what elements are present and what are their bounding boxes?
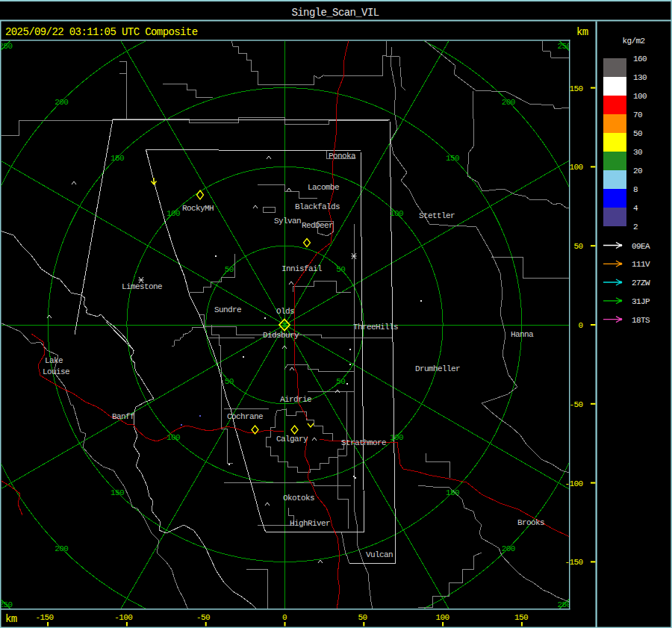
svg-text:-100: -100 xyxy=(114,613,132,622)
svg-text:RedDeer: RedDeer xyxy=(302,221,333,230)
svg-text:Cochrane: Cochrane xyxy=(227,412,263,421)
svg-text:100: 100 xyxy=(167,433,180,442)
svg-text:100: 100 xyxy=(167,209,180,218)
svg-text:8: 8 xyxy=(633,185,638,194)
svg-text:Olds: Olds xyxy=(276,307,294,316)
svg-text:ThreeHills: ThreeHills xyxy=(353,323,398,332)
svg-text:Strathmore: Strathmore xyxy=(341,438,386,447)
svg-text:27ZW: 27ZW xyxy=(632,279,650,287)
svg-text:70: 70 xyxy=(633,111,642,119)
svg-text:100: 100 xyxy=(633,92,647,101)
svg-text:100: 100 xyxy=(390,433,403,442)
svg-text:100: 100 xyxy=(390,209,403,218)
svg-text:Drumheller: Drumheller xyxy=(415,364,460,373)
svg-text:250: 250 xyxy=(558,600,571,609)
svg-text:Sundre: Sundre xyxy=(214,305,241,314)
svg-text:Didsbury: Didsbury xyxy=(263,331,299,340)
svg-text:2: 2 xyxy=(633,223,638,231)
svg-text:150: 150 xyxy=(111,488,124,497)
svg-text:km: km xyxy=(5,613,17,625)
svg-text:kg/m2: kg/m2 xyxy=(623,37,645,46)
svg-text:250: 250 xyxy=(558,42,571,51)
svg-text:Banff: Banff xyxy=(112,412,134,421)
svg-text:30: 30 xyxy=(633,148,642,157)
svg-text:Ponoka: Ponoka xyxy=(329,152,356,161)
svg-text:150: 150 xyxy=(514,613,528,622)
svg-text:0: 0 xyxy=(578,321,582,330)
svg-text:Hanna: Hanna xyxy=(511,330,534,339)
svg-text:-100: -100 xyxy=(564,479,582,488)
svg-text:Sylvan: Sylvan xyxy=(274,217,301,226)
svg-text:-150: -150 xyxy=(564,558,582,567)
svg-text:2025/09/22 03:11:05 UTC Compos: 2025/09/22 03:11:05 UTC Composite xyxy=(5,26,198,38)
svg-text:Calgary: Calgary xyxy=(276,435,308,444)
svg-text:Innisfail: Innisfail xyxy=(281,264,322,273)
svg-text:Louise: Louise xyxy=(43,367,69,376)
svg-text:50: 50 xyxy=(336,377,345,386)
svg-text:200: 200 xyxy=(502,98,515,107)
svg-text:150: 150 xyxy=(446,154,459,163)
svg-text:Airdrie: Airdrie xyxy=(280,395,311,404)
svg-text:50: 50 xyxy=(633,129,642,138)
svg-text:-50: -50 xyxy=(196,613,210,622)
svg-text:200: 200 xyxy=(502,544,515,553)
svg-text:100: 100 xyxy=(435,613,449,622)
svg-text:18TS: 18TS xyxy=(632,316,650,325)
svg-text:100: 100 xyxy=(569,163,582,172)
svg-text:0: 0 xyxy=(282,613,287,622)
svg-text:Brooks: Brooks xyxy=(517,518,544,527)
svg-text:130: 130 xyxy=(633,73,647,82)
svg-text:20: 20 xyxy=(633,167,642,175)
svg-text:Lake: Lake xyxy=(45,356,63,365)
svg-text:150: 150 xyxy=(569,84,582,93)
svg-text:111V: 111V xyxy=(632,260,650,269)
svg-text:Single_Scan_VIL: Single_Scan_VIL xyxy=(292,7,379,19)
svg-text:-150: -150 xyxy=(35,613,53,622)
svg-text:200: 200 xyxy=(55,98,68,107)
svg-text:250: 250 xyxy=(0,600,12,609)
svg-text:Okotoks: Okotoks xyxy=(283,494,314,503)
svg-text:150: 150 xyxy=(111,154,124,163)
svg-text:4: 4 xyxy=(633,204,638,213)
svg-text:km: km xyxy=(576,26,588,38)
svg-text:HighRiver: HighRiver xyxy=(290,519,330,528)
svg-text:-50: -50 xyxy=(569,400,582,409)
svg-text:RockyMH: RockyMH xyxy=(182,204,214,213)
svg-text:50: 50 xyxy=(358,613,367,622)
svg-text:50: 50 xyxy=(225,377,234,386)
svg-text:50: 50 xyxy=(336,265,345,274)
svg-text:Limestone: Limestone xyxy=(122,282,162,291)
svg-text:09EA: 09EA xyxy=(632,242,650,251)
svg-text:Blackfalds: Blackfalds xyxy=(295,202,340,211)
svg-text:50: 50 xyxy=(573,242,582,251)
svg-text:200: 200 xyxy=(55,544,68,553)
svg-text:160: 160 xyxy=(633,55,647,63)
svg-text:250: 250 xyxy=(0,42,12,51)
svg-text:31JP: 31JP xyxy=(632,297,650,306)
svg-text:Lacombe: Lacombe xyxy=(308,183,339,192)
svg-text:150: 150 xyxy=(446,488,459,497)
svg-text:50: 50 xyxy=(225,265,234,274)
svg-text:Vulcan: Vulcan xyxy=(366,550,393,559)
svg-text:Stettler: Stettler xyxy=(419,211,455,220)
